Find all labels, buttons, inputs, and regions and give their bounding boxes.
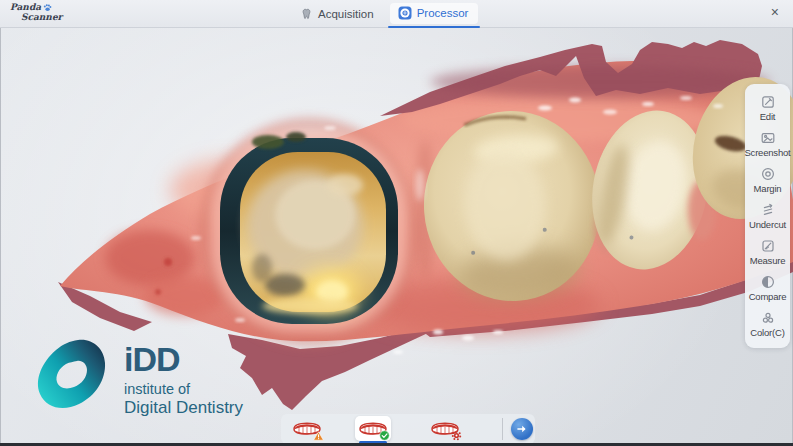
tool-panel: Edit Screenshot Margin Undercut	[745, 84, 790, 348]
scan-thumbnail-ok[interactable]	[355, 416, 391, 441]
tool-edit-label: Edit	[760, 111, 776, 122]
tab-processor[interactable]: Processor	[390, 3, 479, 24]
tool-edit[interactable]: Edit	[745, 90, 790, 126]
processor-icon	[398, 6, 412, 20]
tool-color[interactable]: Color(C)	[745, 306, 790, 342]
edit-icon	[761, 95, 775, 109]
idd-logo-text: iDD institute of Digital Dentistry	[124, 336, 243, 418]
tool-color-label: Color(C)	[750, 327, 784, 338]
brand-line1: Panda	[10, 3, 41, 12]
brand-line2: Scanner	[21, 13, 62, 22]
next-step-button[interactable]	[511, 418, 533, 440]
tab-processor-label: Processor	[417, 7, 469, 19]
titlebar: Panda Scanner Acquisition	[0, 0, 793, 28]
idd-loop-icon	[34, 336, 112, 416]
idd-title: iDD	[124, 344, 243, 375]
divider	[502, 418, 503, 440]
margin-icon	[761, 167, 775, 181]
tooth-icon	[300, 7, 313, 20]
app-window: Panda Scanner Acquisition	[0, 0, 793, 446]
idd-subtitle-2: Digital Dentistry	[124, 398, 243, 418]
tab-acquisition-label: Acquisition	[318, 8, 374, 20]
brand-logo: Panda Scanner	[10, 3, 62, 22]
tool-screenshot-label: Screenshot	[744, 147, 790, 158]
compare-icon	[761, 275, 775, 289]
idd-logo: iDD institute of Digital Dentistry	[34, 336, 243, 418]
check-circle-icon	[379, 430, 390, 441]
tool-compare[interactable]: Compare	[745, 270, 790, 306]
tool-measure[interactable]: Measure	[745, 234, 790, 270]
tool-margin-label: Margin	[754, 183, 782, 194]
tab-acquisition[interactable]: Acquisition	[300, 7, 374, 20]
tool-undercut-label: Undercut	[749, 219, 786, 230]
warning-triangle-icon	[313, 431, 324, 441]
tool-measure-label: Measure	[750, 255, 786, 266]
tool-screenshot[interactable]: Screenshot	[745, 126, 790, 162]
paw-icon	[43, 3, 52, 12]
undercut-icon	[761, 203, 775, 217]
prepared-tooth	[205, 124, 413, 340]
red-gear-icon	[451, 430, 462, 441]
tool-undercut[interactable]: Undercut	[745, 198, 790, 234]
scan-thumbnail-bar	[281, 414, 535, 444]
measure-icon	[761, 239, 775, 253]
tab-bar: Acquisition Processor	[300, 0, 478, 27]
arrow-right-icon	[516, 423, 528, 435]
tool-margin[interactable]: Margin	[745, 162, 790, 198]
tool-compare-label: Compare	[749, 291, 787, 302]
screenshot-icon	[761, 131, 775, 145]
scan-thumbnail-warning[interactable]	[289, 416, 325, 441]
color-icon	[761, 311, 775, 325]
scan-thumbnail-error[interactable]	[427, 416, 463, 441]
idd-subtitle-1: institute of	[124, 381, 243, 397]
close-button[interactable]: ×	[771, 5, 779, 19]
